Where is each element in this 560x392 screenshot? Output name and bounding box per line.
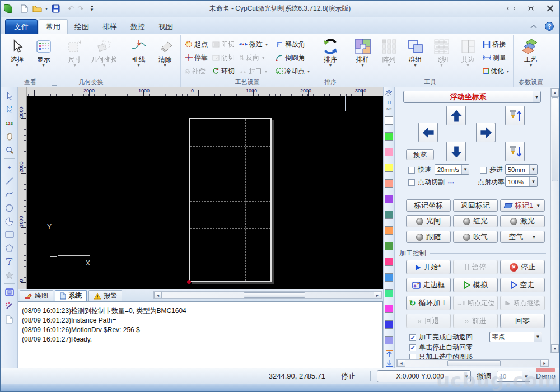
scroll-left-icon[interactable]: ◄ xyxy=(154,292,162,298)
inner-cut-button[interactable]: 阴切 xyxy=(211,51,236,64)
customize-toolbar-icon[interactable]: ▾ xyxy=(91,6,94,12)
step-back-button[interactable]: « 回退 xyxy=(406,314,451,328)
tab-draw-log[interactable]: 绘图 xyxy=(20,290,53,301)
mark1-combo-button[interactable]: 标记1 ▼ xyxy=(500,199,545,212)
sequence-display-icon[interactable]: N↕ xyxy=(384,106,395,112)
app-icon[interactable] xyxy=(4,4,12,13)
gas-combo-button[interactable]: 空气 ▼ xyxy=(500,231,545,243)
tab-file[interactable]: 文件 xyxy=(5,19,38,34)
jog-right-button[interactable] xyxy=(476,123,496,142)
compensate-button[interactable]: ◎ 补偿 xyxy=(183,64,209,78)
layer-color-12[interactable] xyxy=(385,289,393,297)
step-combo[interactable]: 50mm▼ xyxy=(505,164,538,175)
layer-color-15[interactable] xyxy=(385,336,393,344)
draw-pie-tool-icon[interactable] xyxy=(3,214,16,228)
blow-button[interactable]: 吹气 xyxy=(453,231,498,243)
layer-color-2[interactable] xyxy=(385,132,393,141)
scroll-up-icon[interactable]: ▲ xyxy=(551,88,559,97)
return-target-combo[interactable]: 零点▼ xyxy=(489,332,542,342)
quick-measure-tool-icon[interactable] xyxy=(3,299,16,312)
start-point-button[interactable]: 起点 xyxy=(183,38,209,51)
fine-tune-combo[interactable]: 10 ▼ xyxy=(497,371,530,382)
cooling-point-button[interactable]: 冷却点 xyxy=(272,64,311,78)
return-mark-button[interactable]: 返回标记 xyxy=(453,199,498,212)
tab-alarm-log[interactable]: 报警 xyxy=(88,290,122,301)
seal-button[interactable]: 封口 xyxy=(237,64,269,78)
burst-power-combo[interactable]: 100%▼ xyxy=(505,176,538,187)
undo-icon[interactable]: ↶ xyxy=(68,4,74,13)
node-edit-tool-icon[interactable] xyxy=(3,103,16,116)
jog-down-button[interactable] xyxy=(446,142,466,161)
dry-run-button[interactable]: 空走 xyxy=(500,278,545,292)
draw-text-tool-icon[interactable]: 字 xyxy=(3,255,16,268)
select-tool-icon[interactable] xyxy=(3,90,16,103)
draw-line-tool-icon[interactable] xyxy=(3,174,16,188)
preview-button[interactable]: 预览 xyxy=(406,149,434,160)
jog-up-button[interactable] xyxy=(446,106,466,125)
display-button[interactable]: 显示 xyxy=(30,36,57,67)
center-view-tool-icon[interactable] xyxy=(3,286,16,299)
coordinate-system-combo[interactable]: 浮动坐标系 ▼ xyxy=(403,91,541,103)
simulate-button[interactable]: 模拟 xyxy=(453,278,498,292)
collapse-ribbon-icon[interactable] xyxy=(530,25,537,29)
sort-button[interactable]: 排序 xyxy=(316,36,344,67)
canvas-horizontal-scrollbar[interactable]: ◄ ► xyxy=(153,291,382,299)
outer-cut-button[interactable]: 阳切 xyxy=(211,38,236,51)
stop-zero-checkbox[interactable]: ✓ xyxy=(409,344,416,351)
panel-horizontal-scrollbar[interactable]: ◄ ► xyxy=(396,359,549,367)
follow-button[interactable]: 跟随 xyxy=(406,231,451,243)
mark-coord-button[interactable]: 标记坐标 xyxy=(406,199,451,212)
layer-color-7[interactable] xyxy=(385,211,393,219)
pause-button[interactable]: 暂停 xyxy=(453,260,498,274)
select-button[interactable]: 选择 xyxy=(4,36,30,67)
scroll-left-icon[interactable]: ◄ xyxy=(397,360,405,367)
tab-nest[interactable]: 排样 xyxy=(96,19,124,34)
loop-process-button[interactable]: ↻ 循环加工 xyxy=(406,296,451,310)
save-icon[interactable] xyxy=(51,4,60,13)
laser-head-up-button[interactable] xyxy=(505,106,525,125)
layer-color-14[interactable] xyxy=(385,320,393,329)
scroll-right-icon[interactable]: ► xyxy=(540,360,549,367)
craft-button[interactable]: 工艺 xyxy=(516,36,546,67)
drawing-canvas[interactable]: Y X xyxy=(27,96,383,289)
layer-color-9[interactable] xyxy=(385,242,393,250)
laser-head-down-button[interactable] xyxy=(505,142,525,161)
array-button[interactable]: 阵列 xyxy=(376,36,402,67)
frame-run-button[interactable]: 走边框 xyxy=(406,278,451,292)
geo-transform-button[interactable]: 几何变换 xyxy=(88,36,120,67)
tab-common[interactable]: 常用 xyxy=(39,19,68,34)
new-blank-tool-icon[interactable] xyxy=(3,312,16,326)
draw-point-tool-icon[interactable]: + xyxy=(3,161,16,174)
draw-star-tool-icon[interactable] xyxy=(3,268,16,282)
shutter-button[interactable]: 光闸 xyxy=(406,215,451,227)
dock-button[interactable]: 停靠 xyxy=(183,51,209,64)
help-icon[interactable]: ? xyxy=(545,22,554,31)
scrollbar-thumb[interactable] xyxy=(244,292,305,298)
lead-line-button[interactable]: 引线 xyxy=(125,36,152,67)
step-checkbox[interactable] xyxy=(480,167,487,174)
tab-draw[interactable]: 绘图 xyxy=(68,19,96,34)
layer-color-5[interactable] xyxy=(385,179,393,188)
tab-system-log[interactable]: 系统 xyxy=(55,290,87,301)
move-layer-up-icon[interactable] xyxy=(385,349,393,357)
draw-rectangle-tool-icon[interactable] xyxy=(3,228,16,241)
layer-color-13[interactable] xyxy=(385,305,393,313)
jog-cut-checkbox[interactable] xyxy=(408,179,415,186)
auto-return-checkbox[interactable]: ✓ xyxy=(409,334,416,341)
open-dropdown-icon[interactable]: ▾ xyxy=(45,6,48,11)
layers-icon[interactable] xyxy=(385,90,394,96)
scrollbar-thumb[interactable] xyxy=(552,97,558,181)
fillet-button[interactable]: 倒圆角 xyxy=(272,51,311,64)
sequence-number-tool-icon[interactable]: 123 xyxy=(3,116,16,130)
size-button[interactable]: 尺寸 xyxy=(62,36,88,67)
open-file-icon[interactable] xyxy=(32,4,42,13)
fast-checkbox[interactable] xyxy=(408,167,415,174)
redo-icon[interactable]: ↷ xyxy=(77,4,83,13)
layer-color-4[interactable] xyxy=(385,164,393,172)
jog-more-icon[interactable]: ⋯ xyxy=(447,179,454,186)
scroll-right-icon[interactable]: ► xyxy=(374,292,381,298)
scroll-down-icon[interactable]: ▼ xyxy=(551,344,559,353)
clear-button[interactable]: 清除 xyxy=(152,36,178,67)
jog-left-button[interactable] xyxy=(418,123,438,142)
fast-speed-combo[interactable]: 20mm/s▼ xyxy=(435,164,469,175)
